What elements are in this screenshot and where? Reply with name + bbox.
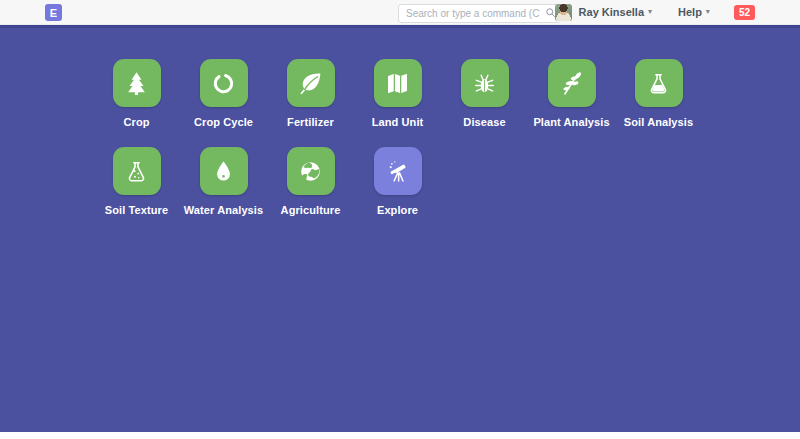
plant-icon [548, 59, 596, 107]
leaf-icon [287, 59, 335, 107]
module-fertilizer[interactable]: Fertilizer [267, 59, 354, 128]
search-input[interactable] [398, 4, 561, 23]
module-crop-cycle[interactable]: Crop Cycle [180, 59, 267, 128]
help-menu[interactable]: Help ▾ [678, 6, 710, 18]
map-icon [374, 59, 422, 107]
module-soil-texture[interactable]: Soil Texture [93, 147, 180, 216]
module-label: Soil Analysis [624, 116, 693, 128]
chevron-down-icon: ▾ [706, 8, 710, 16]
app-logo[interactable]: E [45, 4, 62, 21]
navbar: E Ray Kinsella ▾ Help ▾ 52 [0, 0, 800, 25]
module-soil-analysis[interactable]: Soil Analysis [615, 59, 702, 128]
module-label: Plant Analysis [533, 116, 609, 128]
flask-icon [635, 59, 683, 107]
user-name: Ray Kinsella [579, 6, 644, 18]
user-avatar[interactable] [555, 4, 572, 21]
global-search [398, 3, 561, 22]
module-label: Crop Cycle [194, 116, 253, 128]
flask-dots-icon [113, 147, 161, 195]
module-agriculture[interactable]: Agriculture [267, 147, 354, 216]
notification-badge[interactable]: 52 [734, 5, 755, 20]
module-label: Soil Texture [105, 204, 168, 216]
desktop: CropCrop CycleFertilizerLand UnitDisease… [0, 28, 800, 432]
module-explore[interactable]: Explore [354, 147, 441, 216]
module-disease[interactable]: Disease [441, 59, 528, 128]
module-label: Agriculture [281, 204, 341, 216]
navbar-right: Ray Kinsella ▾ Help ▾ 52 [555, 0, 755, 24]
telescope-icon [374, 147, 422, 195]
module-water-analysis[interactable]: Water Analysis [180, 147, 267, 216]
bug-icon [461, 59, 509, 107]
user-menu[interactable]: Ray Kinsella ▾ [579, 6, 652, 18]
module-crop[interactable]: Crop [93, 59, 180, 128]
globe-icon [287, 147, 335, 195]
module-grid: CropCrop CycleFertilizerLand UnitDisease… [93, 59, 733, 235]
module-label: Land Unit [372, 116, 424, 128]
tree-icon [113, 59, 161, 107]
help-label: Help [678, 6, 702, 18]
droplet-icon [200, 147, 248, 195]
module-land-unit[interactable]: Land Unit [354, 59, 441, 128]
module-label: Crop [123, 116, 149, 128]
chevron-down-icon: ▾ [648, 8, 652, 16]
module-label: Water Analysis [184, 204, 263, 216]
module-label: Fertilizer [287, 116, 334, 128]
module-label: Explore [377, 204, 418, 216]
module-label: Disease [463, 116, 505, 128]
module-plant-analysis[interactable]: Plant Analysis [528, 59, 615, 128]
cycle-icon [200, 59, 248, 107]
